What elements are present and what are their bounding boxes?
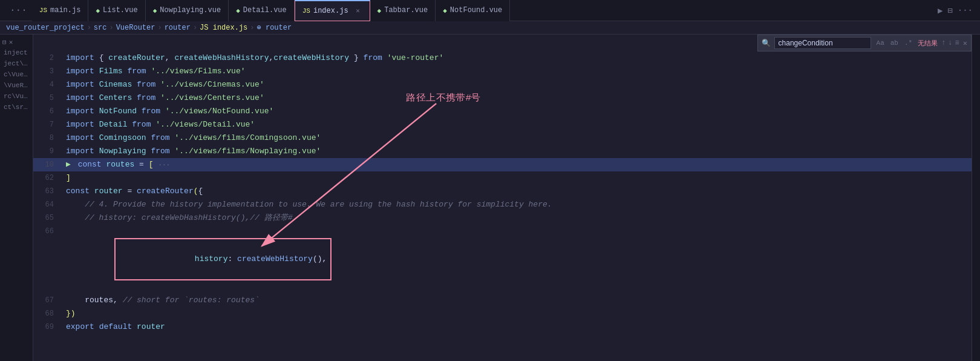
tab-nowplaying-vue[interactable]: ◆ Nowplaying.vue [146,0,229,21]
line-content: const router = createRouter({ [64,185,972,198]
line-number: 62 [33,171,64,185]
vue-icon: ◆ [236,7,240,15]
line-content: import { createRouter, createWebHashHist… [64,51,972,65]
line-number: 63 [33,185,64,198]
run-button[interactable]: ▶ [938,5,942,16]
line-number: 6 [33,105,64,118]
sidebar-item-1[interactable]: inject [0,47,33,58]
tab-label: Detail.vue [243,6,287,15]
more-actions-button[interactable]: ··· [958,5,973,16]
line-number: 66 [33,225,64,238]
code-line-62: 62 ] [33,171,972,185]
line-content: routes, // short for `routes: routes` [64,294,972,307]
search-options: Aa ab .* [875,39,915,47]
js-icon: JS [302,7,310,15]
sidebar-item-6[interactable]: ct\src\V... [0,102,33,113]
line-content: import NotFound from '../views/NotFound.… [64,105,972,118]
line-content: import Cinemas from '../views/Cinemas.vu… [64,78,972,91]
code-line-64: 64 // 4. Provide the history implementat… [33,198,972,211]
tab-notfound-vue[interactable]: ◆ NotFound.vue [436,0,510,21]
next-result-button[interactable]: ↓ [948,39,952,47]
tab-list-vue[interactable]: ◆ List.vue [88,0,145,21]
code-line-2: 2 import { createRouter, createWebHashHi… [33,51,972,65]
tab-main-js[interactable]: JS main.js [32,0,89,21]
right-scrollbar[interactable] [972,35,980,361]
breadcrumb: vue_router_project › src › VueRouter › r… [0,21,980,35]
tab-label: List.vue [103,6,138,15]
nav-arrows: ↑ ↓ ≡ [941,39,959,47]
sidebar-item-3[interactable]: c\VueRo... [0,69,33,80]
breadcrumb-src[interactable]: src [94,24,107,32]
editor-area: 🔍 Aa ab .* 无结果 ↑ ↓ ≡ ✕ [33,35,972,361]
whole-word-button[interactable]: ab [889,39,900,47]
more-tabs-button[interactable]: ··· [5,5,32,16]
tab-detail-vue[interactable]: ◆ Detail.vue [229,0,295,21]
line-number: 10 [33,158,64,171]
vue-icon: ◆ [443,7,447,15]
breadcrumb-router[interactable]: router [165,24,191,32]
code-line-67: 67 routes, // short for `routes: routes` [33,294,972,307]
breadcrumb-vuerouter[interactable]: VueRouter [116,24,155,32]
split-editor-button[interactable]: ⊟ [947,5,952,16]
code-line-66: 66 history: createWebHistory(), [33,225,972,294]
code-line-10: 10 ▶ const routes = [ ··· [33,158,972,171]
breadcrumb-sep: › [193,24,197,32]
line-number: 7 [33,118,64,131]
search-bar: 🔍 Aa ab .* 无结果 ↑ ↓ ≡ ✕ [757,35,972,51]
filter-icon[interactable]: ⊟ [2,38,7,46]
breadcrumb-symbol[interactable]: ⊕ router [257,23,292,32]
close-sidebar-button[interactable]: ✕ [9,38,13,46]
code-line-3: 3 import Films from '../views/Films.vue' [33,65,972,78]
breadcrumb-project[interactable]: vue_router_project [6,24,85,32]
code-line-7: 7 import Detail from '../views/Detail.vu… [33,118,972,131]
line-content: import Comingsoon from '../views/films/C… [64,131,972,145]
code-line-4: 4 import Cinemas from '../views/Cinemas.… [33,78,972,91]
code-line-69: 69 export default router [33,320,972,334]
close-preserve-button[interactable]: ≡ [955,39,959,47]
close-search-button[interactable]: ✕ [963,39,967,48]
breadcrumb-sep: › [87,24,91,32]
prev-result-button[interactable]: ↑ [941,39,946,47]
search-input[interactable] [774,37,871,49]
vue-icon: ◆ [96,7,100,15]
close-tab-button[interactable]: ✕ [354,7,362,15]
tab-actions: ▶ ⊟ ··· [938,5,980,16]
breadcrumb-file[interactable]: JS index.js [200,24,247,32]
line-number: 5 [33,91,64,105]
code-line-65: 65 // history: createWebHashHistory(),//… [33,211,972,225]
tab-label: NotFound.vue [450,6,502,15]
line-number: 9 [33,145,64,158]
sidebar-item-4[interactable]: \VueRo... [0,80,33,91]
tab-label: Tabbar.vue [384,6,428,15]
line-content: import Centers from '../views/Centers.vu… [64,91,972,105]
sidebar-item-5[interactable]: rc\VueR... [0,91,33,102]
tab-index-js[interactable]: JS index.js ✕ [295,0,370,21]
highlighted-code-box: history: createWebHistory(), [114,238,332,280]
code-line-6: 6 import NotFound from '../views/NotFoun… [33,105,972,118]
code-line-63: 63 const router = createRouter({ [33,185,972,198]
line-number: 67 [33,294,64,307]
tab-label: index.js [313,7,348,15]
code-line-8: 8 import Comingsoon from '../views/films… [33,131,972,145]
left-sidebar: ⊟ ✕ inject ject\src... c\VueRo... \VueRo… [0,35,33,361]
line-content: }) [64,307,972,320]
line-number: 69 [33,320,64,334]
breadcrumb-sep: › [109,24,113,32]
vue-icon: ◆ [377,7,382,15]
code-area[interactable]: 路径上不携带#号 2 import { createRouter, create… [33,35,972,361]
line-content: import Nowplaying from '../views/films/N… [64,145,972,158]
line-number: 8 [33,131,64,145]
line-content: ▶ const routes = [ ··· [64,158,972,171]
tab-tabbar-vue[interactable]: ◆ Tabbar.vue [370,0,436,21]
case-sensitive-button[interactable]: Aa [875,39,886,47]
main-content: ⊟ ✕ inject ject\src... c\VueRo... \VueRo… [0,35,980,361]
line-content: import Films from '../views/Films.vue' [64,65,972,78]
sidebar-item-2[interactable]: ject\src... [0,58,33,69]
code-line-9: 9 import Nowplaying from '../views/films… [33,145,972,158]
line-number: 64 [33,198,64,211]
regex-button[interactable]: .* [903,39,914,47]
tab-label: Nowplaying.vue [160,6,221,15]
tab-label: main.js [50,6,80,15]
line-content: import Detail from '../views/Detail.vue' [64,118,972,131]
line-number: 4 [33,78,64,91]
